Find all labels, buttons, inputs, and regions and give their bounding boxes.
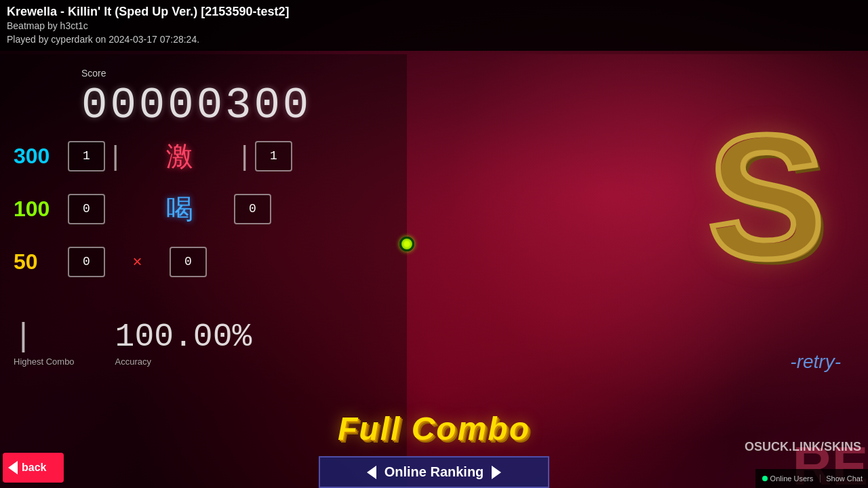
back-arrow-icon (8, 461, 18, 474)
bottom-bar-right: Online Users Show Chat (755, 469, 868, 488)
grade-value: S (707, 108, 825, 285)
accuracy-value: 100.00% (115, 319, 252, 355)
hit-50-label: 50 (14, 249, 68, 274)
ranking-arrow-right (492, 466, 501, 479)
online-users-label: Online Users (770, 474, 814, 483)
kanji-100: 喝 (146, 190, 214, 228)
song-title: Krewella - Killin' It (Sped Up Ver.) [21… (7, 4, 861, 20)
score-label: Score (81, 68, 311, 79)
online-ranking-button[interactable]: Online Ranking (319, 456, 549, 488)
hit-100-label: 100 (14, 197, 68, 222)
result-row-100: 100 0 喝 0 (14, 188, 339, 229)
retry-text[interactable]: -retry- (790, 351, 841, 373)
grade-display: S (685, 81, 848, 312)
highest-combo-block: | Highest Combo (14, 319, 75, 367)
kanji-300: 激 (146, 138, 214, 175)
cursor-dot (399, 237, 414, 251)
accuracy-label: Accuracy (115, 357, 151, 367)
pipe-300: | (112, 141, 119, 171)
ranking-arrow-left (367, 466, 376, 479)
result-row-300: 300 1 | 激 | 1 (14, 136, 339, 176)
full-combo-display: Full Combo (338, 410, 530, 447)
show-chat-button[interactable]: Show Chat (821, 474, 868, 483)
pipe-300b: | (241, 141, 248, 171)
bottom-right-info: OSUCK.LINK/SKINS (745, 440, 861, 454)
played-by: Played by cyperdark on 2024-03-17 07:28:… (7, 34, 199, 45)
hit-50-left-count: 0 (68, 247, 105, 277)
ranking-label: Online Ranking (384, 464, 484, 480)
score-value: 00000300 (81, 81, 311, 130)
hit-300-right-count: 1 (255, 141, 292, 171)
hit-100-left-count: 0 (68, 194, 105, 224)
result-row-50: 50 0 × 0 (14, 241, 339, 282)
combo-label: Highest Combo (14, 357, 75, 367)
score-section: Score 00000300 (81, 68, 311, 130)
x-mark: × (119, 252, 156, 271)
full-combo-text: Full Combo (338, 411, 530, 447)
hit-50-right-count: 0 (170, 247, 207, 277)
accuracy-block: 100.00% Accuracy (115, 319, 252, 367)
combo-pipe: | (14, 319, 33, 355)
beatmap-info: Beatmap by h3ct1c Played by cyperdark on… (7, 20, 861, 46)
online-dot-icon (762, 476, 768, 481)
results-table: 300 1 | 激 | 1 100 0 喝 0 50 0 × 0 (14, 136, 339, 294)
beatmap-by: Beatmap by h3ct1c (7, 20, 88, 31)
hit-300-left-count: 1 (68, 141, 105, 171)
online-users-indicator: Online Users (755, 474, 821, 483)
back-label: back (22, 462, 46, 474)
back-button[interactable]: back (3, 453, 64, 483)
hit-300-label: 300 (14, 144, 68, 169)
header-bar: Krewella - Killin' It (Sped Up Ver.) [21… (0, 0, 868, 51)
osuck-link: OSUCK.LINK/SKINS (745, 440, 861, 454)
hit-100-right-count: 0 (234, 194, 271, 224)
stats-section: | Highest Combo 100.00% Accuracy (14, 319, 252, 367)
